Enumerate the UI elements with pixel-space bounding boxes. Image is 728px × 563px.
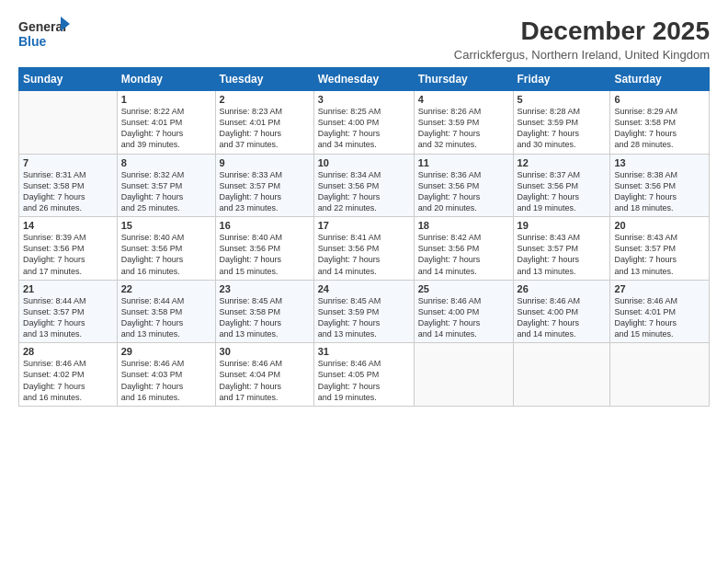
cell-info: Sunrise: 8:43 AM Sunset: 3:57 PM Dayligh… [518, 232, 607, 277]
calendar-cell: 7Sunrise: 8:31 AM Sunset: 3:58 PM Daylig… [19, 154, 118, 217]
cell-info: Sunrise: 8:34 AM Sunset: 3:56 PM Dayligh… [318, 169, 410, 214]
calendar-cell: 30Sunrise: 8:46 AM Sunset: 4:04 PM Dayli… [215, 343, 313, 407]
month-title: December 2025 [454, 17, 710, 46]
cell-info: Sunrise: 8:40 AM Sunset: 3:56 PM Dayligh… [121, 232, 211, 277]
title-block: December 2025 Carrickfergus, Northern Ir… [454, 17, 710, 62]
calendar: SundayMondayTuesdayWednesdayThursdayFrid… [18, 67, 710, 407]
cell-info: Sunrise: 8:46 AM Sunset: 4:00 PM Dayligh… [418, 295, 509, 340]
cell-info: Sunrise: 8:46 AM Sunset: 4:05 PM Dayligh… [318, 358, 410, 403]
cell-info: Sunrise: 8:44 AM Sunset: 3:57 PM Dayligh… [23, 295, 113, 340]
cell-info: Sunrise: 8:41 AM Sunset: 3:56 PM Dayligh… [318, 232, 410, 277]
day-number: 4 [418, 94, 509, 105]
header: GeneralBlue December 2025 Carrickfergus,… [18, 17, 710, 62]
cell-info: Sunrise: 8:38 AM Sunset: 3:56 PM Dayligh… [614, 169, 705, 214]
cell-info: Sunrise: 8:32 AM Sunset: 3:57 PM Dayligh… [121, 169, 211, 214]
day-number: 5 [518, 94, 607, 105]
weekday-header: Friday [513, 68, 610, 91]
calendar-cell: 21Sunrise: 8:44 AM Sunset: 3:57 PM Dayli… [19, 280, 118, 343]
calendar-week-row: 14Sunrise: 8:39 AM Sunset: 3:56 PM Dayli… [19, 217, 710, 281]
day-number: 27 [614, 283, 705, 294]
calendar-cell: 25Sunrise: 8:46 AM Sunset: 4:00 PM Dayli… [414, 280, 513, 343]
calendar-cell: 1Sunrise: 8:22 AM Sunset: 4:01 PM Daylig… [117, 91, 215, 155]
cell-info: Sunrise: 8:22 AM Sunset: 4:01 PM Dayligh… [121, 106, 211, 151]
day-number: 12 [518, 157, 607, 168]
calendar-cell: 23Sunrise: 8:45 AM Sunset: 3:58 PM Dayli… [215, 280, 313, 343]
weekday-header: Wednesday [313, 68, 414, 91]
day-number: 30 [220, 346, 310, 357]
calendar-week-row: 21Sunrise: 8:44 AM Sunset: 3:57 PM Dayli… [19, 280, 710, 343]
calendar-cell: 14Sunrise: 8:39 AM Sunset: 3:56 PM Dayli… [19, 217, 118, 281]
day-number: 9 [220, 157, 310, 168]
day-number: 22 [121, 283, 211, 294]
cell-info: Sunrise: 8:29 AM Sunset: 3:58 PM Dayligh… [614, 106, 705, 151]
weekday-header: Sunday [19, 68, 118, 91]
calendar-cell [414, 343, 513, 407]
calendar-cell: 16Sunrise: 8:40 AM Sunset: 3:56 PM Dayli… [215, 217, 313, 281]
calendar-cell: 31Sunrise: 8:46 AM Sunset: 4:05 PM Dayli… [313, 343, 414, 407]
day-number: 29 [121, 346, 211, 357]
calendar-cell: 20Sunrise: 8:43 AM Sunset: 3:57 PM Dayli… [610, 217, 710, 281]
day-number: 23 [220, 283, 310, 294]
day-number: 14 [23, 220, 113, 231]
calendar-cell: 18Sunrise: 8:42 AM Sunset: 3:56 PM Dayli… [414, 217, 513, 281]
cell-info: Sunrise: 8:46 AM Sunset: 4:03 PM Dayligh… [121, 358, 211, 403]
calendar-cell: 15Sunrise: 8:40 AM Sunset: 3:56 PM Dayli… [117, 217, 215, 281]
weekday-header: Saturday [610, 68, 710, 91]
calendar-cell: 3Sunrise: 8:25 AM Sunset: 4:00 PM Daylig… [313, 91, 414, 155]
calendar-header-row: SundayMondayTuesdayWednesdayThursdayFrid… [19, 68, 710, 91]
day-number: 17 [318, 220, 410, 231]
cell-info: Sunrise: 8:23 AM Sunset: 4:01 PM Dayligh… [220, 106, 310, 151]
day-number: 2 [220, 94, 310, 105]
weekday-header: Thursday [414, 68, 513, 91]
calendar-cell: 4Sunrise: 8:26 AM Sunset: 3:59 PM Daylig… [414, 91, 513, 155]
calendar-cell: 10Sunrise: 8:34 AM Sunset: 3:56 PM Dayli… [313, 154, 414, 217]
calendar-cell: 5Sunrise: 8:28 AM Sunset: 3:59 PM Daylig… [513, 91, 610, 155]
location: Carrickfergus, Northern Ireland, United … [454, 48, 710, 62]
cell-info: Sunrise: 8:46 AM Sunset: 4:00 PM Dayligh… [518, 295, 607, 340]
cell-info: Sunrise: 8:42 AM Sunset: 3:56 PM Dayligh… [418, 232, 509, 277]
cell-info: Sunrise: 8:28 AM Sunset: 3:59 PM Dayligh… [518, 106, 607, 151]
calendar-cell: 17Sunrise: 8:41 AM Sunset: 3:56 PM Dayli… [313, 217, 414, 281]
day-number: 8 [121, 157, 211, 168]
calendar-cell: 22Sunrise: 8:44 AM Sunset: 3:58 PM Dayli… [117, 280, 215, 343]
cell-info: Sunrise: 8:26 AM Sunset: 3:59 PM Dayligh… [418, 106, 509, 151]
day-number: 19 [518, 220, 607, 231]
calendar-cell: 9Sunrise: 8:33 AM Sunset: 3:57 PM Daylig… [215, 154, 313, 217]
day-number: 31 [318, 346, 410, 357]
calendar-cell: 26Sunrise: 8:46 AM Sunset: 4:00 PM Dayli… [513, 280, 610, 343]
cell-info: Sunrise: 8:39 AM Sunset: 3:56 PM Dayligh… [23, 232, 113, 277]
cell-info: Sunrise: 8:25 AM Sunset: 4:00 PM Dayligh… [318, 106, 410, 151]
logo-svg: GeneralBlue [18, 17, 74, 50]
cell-info: Sunrise: 8:45 AM Sunset: 3:59 PM Dayligh… [318, 295, 410, 340]
calendar-cell: 6Sunrise: 8:29 AM Sunset: 3:58 PM Daylig… [610, 91, 710, 155]
calendar-cell: 27Sunrise: 8:46 AM Sunset: 4:01 PM Dayli… [610, 280, 710, 343]
calendar-cell: 11Sunrise: 8:36 AM Sunset: 3:56 PM Dayli… [414, 154, 513, 217]
svg-text:General: General [18, 19, 66, 34]
calendar-cell: 29Sunrise: 8:46 AM Sunset: 4:03 PM Dayli… [117, 343, 215, 407]
weekday-header: Tuesday [215, 68, 313, 91]
day-number: 24 [318, 283, 410, 294]
calendar-cell: 28Sunrise: 8:46 AM Sunset: 4:02 PM Dayli… [19, 343, 118, 407]
svg-text:Blue: Blue [18, 34, 47, 49]
weekday-header: Monday [117, 68, 215, 91]
calendar-week-row: 7Sunrise: 8:31 AM Sunset: 3:58 PM Daylig… [19, 154, 710, 217]
day-number: 18 [418, 220, 509, 231]
calendar-cell [513, 343, 610, 407]
day-number: 1 [121, 94, 211, 105]
day-number: 3 [318, 94, 410, 105]
day-number: 16 [220, 220, 310, 231]
calendar-cell: 2Sunrise: 8:23 AM Sunset: 4:01 PM Daylig… [215, 91, 313, 155]
day-number: 15 [121, 220, 211, 231]
calendar-cell [19, 91, 118, 155]
calendar-cell: 13Sunrise: 8:38 AM Sunset: 3:56 PM Dayli… [610, 154, 710, 217]
day-number: 20 [614, 220, 705, 231]
page: GeneralBlue December 2025 Carrickfergus,… [0, 0, 728, 563]
logo: GeneralBlue [18, 17, 74, 50]
cell-info: Sunrise: 8:45 AM Sunset: 3:58 PM Dayligh… [220, 295, 310, 340]
cell-info: Sunrise: 8:46 AM Sunset: 4:04 PM Dayligh… [220, 358, 310, 403]
day-number: 13 [614, 157, 705, 168]
cell-info: Sunrise: 8:40 AM Sunset: 3:56 PM Dayligh… [220, 232, 310, 277]
calendar-week-row: 28Sunrise: 8:46 AM Sunset: 4:02 PM Dayli… [19, 343, 710, 407]
day-number: 7 [23, 157, 113, 168]
cell-info: Sunrise: 8:31 AM Sunset: 3:58 PM Dayligh… [23, 169, 113, 214]
